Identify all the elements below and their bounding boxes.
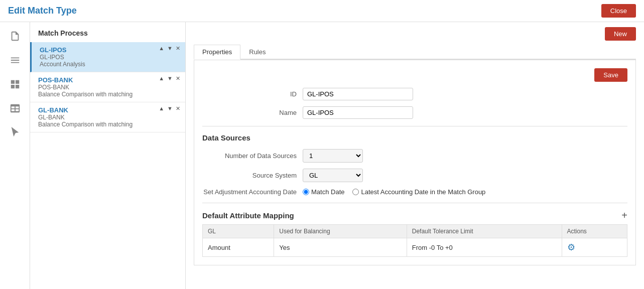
match-item-sub-3: GL-BANK: [38, 114, 177, 121]
attr-table: GL Used for Balancing Default Tolerance …: [202, 224, 627, 257]
cursor-icon[interactable]: [6, 123, 24, 141]
gear-icon[interactable]: ⚙: [567, 242, 575, 252]
num-sources-row: Number of Data Sources 1: [202, 149, 627, 163]
radio-group: Match Date Latest Accounting Date in the…: [303, 188, 485, 196]
match-item-controls-3: ▲ ▼ ✕: [158, 105, 181, 112]
page-title: Edit Match Type: [8, 6, 77, 16]
save-button[interactable]: Save: [594, 68, 627, 82]
num-sources-label: Number of Data Sources: [202, 152, 303, 160]
sidebar-icons: [0, 22, 30, 289]
radio-latest-date-label: Latest Accounting Date in the Match Grou…: [361, 188, 485, 196]
id-label: ID: [202, 90, 303, 98]
col-gl: GL: [203, 225, 274, 238]
table-icon[interactable]: [6, 99, 24, 117]
adj-date-label: Set Adjustment Accounting Date: [202, 188, 303, 196]
match-item-sub-1: GL-IPOS: [40, 54, 177, 61]
match-item-name-1: GL-IPOS: [40, 46, 177, 54]
match-item-gl-ipos[interactable]: ▲ ▼ ✕ GL-IPOS GL-IPOS Account Analysis: [30, 42, 185, 72]
top-header: Edit Match Type Close: [0, 0, 644, 22]
tabs: Properties Rules: [194, 45, 636, 60]
properties-panel: Save ID Name Data Sources Number of: [194, 60, 636, 265]
radio-match-date-label: Match Date: [311, 188, 344, 196]
app-container: Edit Match Type Close Match Process: [0, 0, 644, 289]
match-item-desc-2: Balance Comparison with matching: [38, 91, 177, 98]
move-down-btn-1[interactable]: ▼: [166, 45, 174, 52]
cell-balancing: Yes: [274, 238, 407, 257]
list-icon[interactable]: [6, 51, 24, 69]
name-input[interactable]: [303, 106, 413, 119]
radio-match-date-input[interactable]: [303, 189, 309, 195]
tab-rules[interactable]: Rules: [240, 45, 274, 60]
cell-actions: ⚙: [562, 238, 627, 257]
move-up-btn-3[interactable]: ▲: [158, 105, 165, 112]
id-row: ID: [202, 88, 627, 100]
move-up-btn-1[interactable]: ▲: [158, 45, 165, 52]
col-balancing: Used for Balancing: [274, 225, 407, 238]
tab-properties[interactable]: Properties: [194, 45, 240, 60]
grid-icon[interactable]: [6, 75, 24, 93]
match-item-desc-3: Balance Comparison with matching: [38, 121, 177, 128]
attr-table-body: Amount Yes From -0 To +0 ⚙: [203, 238, 627, 257]
col-actions: Actions: [562, 225, 627, 238]
source-system-row: Source System GL: [202, 169, 627, 182]
name-row: Name: [202, 106, 627, 119]
move-down-btn-3[interactable]: ▼: [166, 105, 174, 112]
match-process-panel: Match Process ▲ ▼ ✕ GL-IPOS GL-IPOS Acco…: [30, 22, 186, 289]
main-layout: Match Process ▲ ▼ ✕ GL-IPOS GL-IPOS Acco…: [0, 22, 644, 289]
data-sources-title: Data Sources: [202, 133, 627, 142]
source-system-label: Source System: [202, 172, 303, 179]
attr-table-head: GL Used for Balancing Default Tolerance …: [203, 225, 627, 238]
name-label: Name: [202, 109, 303, 116]
radio-latest-date[interactable]: Latest Accounting Date in the Match Grou…: [352, 188, 485, 196]
match-item-pos-bank[interactable]: ▲ ▼ ✕ POS-BANK POS-BANK Balance Comparis…: [30, 72, 185, 102]
num-sources-select[interactable]: 1: [303, 149, 363, 163]
attr-table-header-row: GL Used for Balancing Default Tolerance …: [203, 225, 627, 238]
move-down-btn-2[interactable]: ▼: [166, 75, 174, 82]
new-button[interactable]: New: [605, 27, 636, 41]
delete-btn-1[interactable]: ✕: [175, 45, 181, 52]
cell-tolerance: From -0 To +0: [407, 238, 562, 257]
cell-gl: Amount: [203, 238, 274, 257]
attr-mapping-title: Default Attribute Mapping: [202, 211, 294, 220]
radio-latest-date-input[interactable]: [352, 189, 359, 195]
match-item-controls-2: ▲ ▼ ✕: [158, 75, 181, 82]
radio-match-date[interactable]: Match Date: [303, 188, 344, 196]
match-item-controls-1: ▲ ▼ ✕: [158, 45, 181, 52]
save-row: Save: [202, 68, 627, 82]
add-attr-button[interactable]: +: [621, 210, 627, 220]
table-row: Amount Yes From -0 To +0 ⚙: [203, 238, 627, 257]
match-item-gl-bank[interactable]: ▲ ▼ ✕ GL-BANK GL-BANK Balance Comparison…: [30, 102, 185, 132]
delete-btn-3[interactable]: ✕: [175, 105, 181, 112]
match-item-desc-1: Account Analysis: [40, 61, 177, 68]
adj-date-row: Set Adjustment Accounting Date Match Dat…: [202, 188, 627, 196]
divider-1: [202, 126, 627, 126]
content-header: New: [194, 27, 636, 41]
delete-btn-2[interactable]: ✕: [175, 75, 181, 82]
document-icon[interactable]: [6, 27, 24, 45]
source-system-select[interactable]: GL: [303, 169, 363, 182]
id-input[interactable]: [303, 88, 413, 100]
match-item-sub-2: POS-BANK: [38, 84, 177, 91]
match-item-name-2: POS-BANK: [38, 76, 177, 84]
move-up-btn-2[interactable]: ▲: [158, 75, 165, 82]
match-item-name-3: GL-BANK: [38, 106, 177, 114]
col-tolerance: Default Tolerance Limit: [407, 225, 562, 238]
close-button[interactable]: Close: [601, 4, 636, 18]
attr-mapping-header: Default Attribute Mapping +: [202, 210, 627, 220]
content-area: New Properties Rules Save ID: [186, 22, 644, 289]
match-process-title: Match Process: [30, 27, 185, 42]
divider-2: [202, 203, 627, 203]
